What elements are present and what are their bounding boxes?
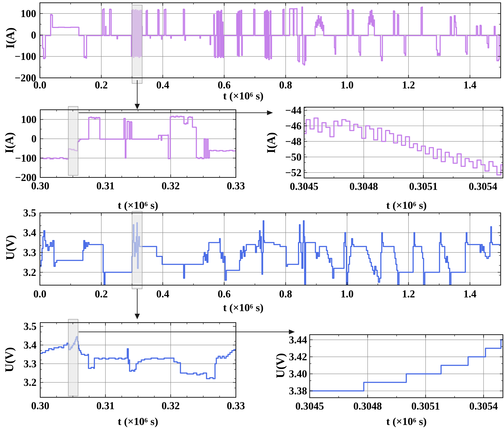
i-full-zoom-band <box>132 5 142 83</box>
u-zoom2-plot-border <box>310 335 503 398</box>
i-zoom2-xtick-label: 0.3054 <box>455 180 504 193</box>
u-full-xtick-label: 0.0 <box>12 288 68 300</box>
u-zoom-ytick-label: 3.3 <box>5 358 36 370</box>
i-full-xtick-label: 0.8 <box>258 79 313 91</box>
u-zoom-ytick-label: 3.2 <box>5 376 36 389</box>
i-zoom2-xlabel: t (×10⁶ s) <box>386 199 427 211</box>
i-zoom-xtick-label: 0.32 <box>143 180 198 192</box>
u-zoom2-ytick-label: 3.40 <box>276 368 307 380</box>
u-full-xtick-label: 0.2 <box>73 288 129 300</box>
u-zoom-xtick-label: 0.30 <box>12 399 68 412</box>
i-zoom-ytick-label: −100 <box>5 152 36 164</box>
i-full-ytick-label: −200 <box>5 72 36 84</box>
u-full-xtick-label: 0.6 <box>196 288 252 300</box>
u-zoom-ytick-label: 3.5 <box>5 320 36 333</box>
u-zoom2-xtick-label: 0.3048 <box>340 400 396 412</box>
i-zoom2-xtick-label: 0.3051 <box>396 180 451 193</box>
u-zoom2-xlabel: t (×10⁶ s) <box>386 415 427 428</box>
i-zoom-ytick-label: −200 <box>5 171 36 184</box>
i-zoom2-panel <box>304 107 504 178</box>
u-zoom2-ytick-label: 3.38 <box>276 385 307 397</box>
zoom-arrow-head-0 <box>135 104 140 109</box>
u-full-xtick-label: 0.4 <box>135 288 191 300</box>
i-full-ytick-label: 0 <box>5 29 36 41</box>
i-zoom2-xtick-label: 0.3045 <box>276 180 332 193</box>
i-zoom-panel <box>40 107 236 177</box>
i-full-panel <box>40 3 501 83</box>
i-zoom2-xtick-label: 0.3048 <box>336 180 392 193</box>
u-zoom-xlabel: t (×10⁶ s) <box>118 415 158 428</box>
u-full-ytick-label: 3.2 <box>5 266 36 279</box>
u-zoom-zoom-band <box>68 319 78 396</box>
i-zoom-xlabel: t (×10⁶ s) <box>118 199 158 211</box>
u-zoom2-panel <box>310 335 504 398</box>
i-full-xtick-label: 1.2 <box>381 79 436 91</box>
u-full-ytick-label: 3.5 <box>5 207 36 219</box>
i-zoom2-ytick-label: −50 <box>270 151 302 163</box>
u-zoom2-xtick-label: 0.3054 <box>456 400 504 412</box>
zoom-arrow-head-2 <box>135 314 140 319</box>
u-zoom-panel <box>40 319 236 397</box>
i-full-ytick-label: −100 <box>5 50 36 63</box>
i-full-xtick-label: 1.0 <box>319 79 375 91</box>
i-zoom-xtick-label: 0.31 <box>78 180 133 192</box>
u-zoom2-xtick-label: 0.3045 <box>282 400 337 412</box>
u-full-xlabel: t (×10⁶ s) <box>223 301 263 314</box>
u-zoom2-series-line <box>310 340 503 391</box>
u-zoom-xtick-label: 0.31 <box>78 399 133 412</box>
u-full-xtick-label: 1.2 <box>381 288 436 300</box>
u-zoom2-xtick-label: 0.3051 <box>398 400 453 412</box>
i-full-xtick-label: 0.6 <box>196 79 252 91</box>
u-zoom-xtick-label: 0.33 <box>208 399 264 412</box>
u-full-xtick-label: 1.0 <box>319 288 375 300</box>
u-zoom-xtick-label: 0.32 <box>143 399 198 412</box>
i-zoom2-ytick-label: −46 <box>270 120 302 132</box>
i-full-xtick-label: 0.2 <box>73 79 129 91</box>
i-full-xtick-label: 1.4 <box>442 79 498 91</box>
u-full-zoom-band <box>132 211 142 289</box>
u-full-xtick-label: 0.8 <box>258 288 313 300</box>
i-zoom2-series-line <box>304 118 503 175</box>
u-full-xtick-label: 1.4 <box>442 288 498 300</box>
i-zoom-xtick-label: 0.33 <box>208 180 264 192</box>
i-zoom2-ytick-label: −52 <box>270 166 302 179</box>
i-zoom2-ytick-label: −44 <box>270 104 302 117</box>
i-zoom2-ytick-label: −48 <box>270 135 302 148</box>
u-zoom-ytick-label: 3.4 <box>5 339 36 351</box>
i-full-ytick-label: 100 <box>5 7 36 20</box>
i-zoom-ytick-label: 0 <box>5 132 36 145</box>
u-full-ytick-label: 3.4 <box>5 226 36 239</box>
i-zoom-zoom-band <box>68 107 78 175</box>
u-full-ytick-label: 3.3 <box>5 246 36 259</box>
figure-page: I(A) t (×10⁶ s) I(A) t (×10⁶ s) I(A) t (… <box>0 0 504 432</box>
charts-canvas <box>0 0 504 432</box>
i-full-xtick-label: 0.4 <box>135 79 191 91</box>
u-zoom2-ytick-label: 3.44 <box>276 333 307 346</box>
u-full-plot-border <box>40 213 501 285</box>
i-full-xlabel: t (×10⁶ s) <box>223 90 263 102</box>
u-zoom2-ytick-label: 3.42 <box>276 351 307 363</box>
i-zoom-ytick-label: 100 <box>5 113 36 126</box>
